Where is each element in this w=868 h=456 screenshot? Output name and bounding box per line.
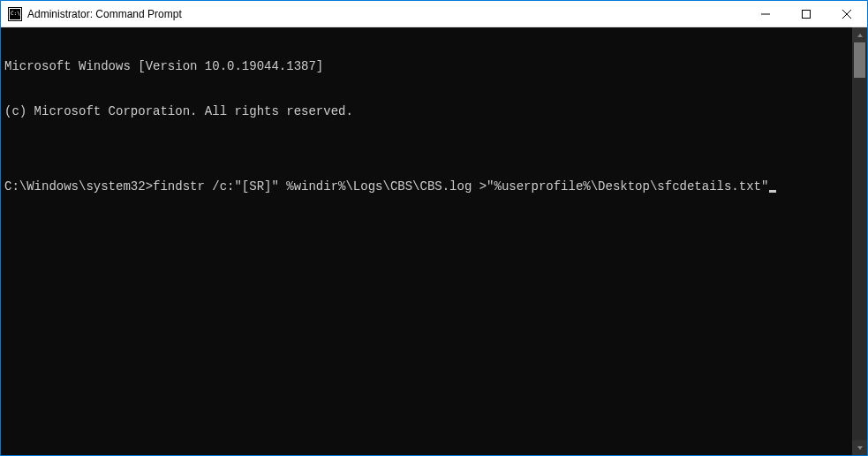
command-prompt-window: C:\ Administrator: Command Prompt	[0, 0, 868, 456]
svg-text:C:\: C:\	[11, 10, 20, 16]
terminal-line: Microsoft Windows [Version 10.0.19044.13…	[4, 59, 849, 74]
vertical-scrollbar[interactable]	[852, 27, 867, 455]
svg-marker-8	[857, 34, 863, 37]
scrollbar-track[interactable]	[852, 42, 867, 440]
maximize-button[interactable]	[786, 1, 826, 27]
scrollbar-down-arrow[interactable]	[852, 440, 867, 455]
scrollbar-thumb[interactable]	[854, 42, 865, 78]
command-text: findstr /c:"[SR]" %windir%\Logs\CBS\CBS.…	[153, 179, 768, 194]
terminal-line: (c) Microsoft Corporation. All rights re…	[4, 104, 849, 119]
cursor	[769, 190, 776, 193]
terminal-content[interactable]: Microsoft Windows [Version 10.0.19044.13…	[1, 27, 852, 455]
terminal-area: Microsoft Windows [Version 10.0.19044.13…	[1, 27, 867, 455]
svg-marker-9	[857, 446, 863, 450]
close-button[interactable]	[826, 1, 867, 27]
window-title: Administrator: Command Prompt	[27, 8, 745, 20]
minimize-button[interactable]	[745, 1, 786, 27]
prompt-text: C:\Windows\system32>	[4, 179, 153, 194]
svg-rect-5	[803, 11, 811, 19]
scrollbar-up-arrow[interactable]	[852, 27, 867, 42]
titlebar[interactable]: C:\ Administrator: Command Prompt	[1, 1, 867, 27]
window-controls	[745, 1, 867, 27]
cmd-icon: C:\	[8, 7, 22, 21]
terminal-prompt-line: C:\Windows\system32>findstr /c:"[SR]" %w…	[4, 179, 849, 194]
